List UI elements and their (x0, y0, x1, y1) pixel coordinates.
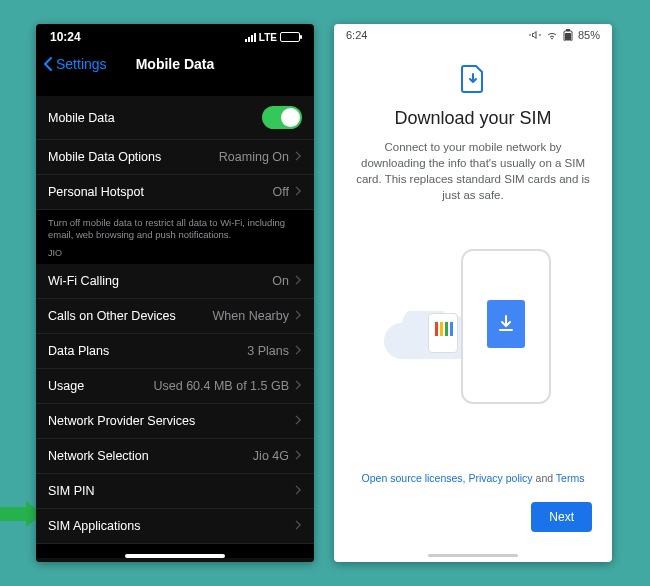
row-label: Mobile Data (48, 111, 115, 125)
row-label: Data Plans (48, 344, 109, 358)
carrier-label: JIO (36, 246, 314, 264)
illustration (350, 231, 596, 411)
row-label: Network Provider Services (48, 414, 195, 428)
link-open-source[interactable]: Open source licenses (362, 472, 463, 484)
chevron-right-icon (295, 344, 302, 358)
row-sim-applications[interactable]: SIM Applications (36, 509, 314, 544)
wifi-icon (546, 29, 558, 41)
row-label: Calls on Other Devices (48, 309, 176, 323)
legal-links: Open source licenses, Privacy policy and… (334, 472, 612, 484)
next-button[interactable]: Next (531, 502, 592, 532)
battery-icon (280, 32, 300, 42)
add-data-plan-button[interactable]: Add Data Plan (36, 558, 314, 562)
android-status-bar: 6:24 85% (334, 24, 612, 46)
row-calls-other[interactable]: Calls on Other Devices When Nearby (36, 299, 314, 334)
chevron-right-icon (295, 379, 302, 393)
home-indicator (125, 554, 225, 558)
svg-rect-3 (565, 33, 571, 40)
chevron-right-icon (295, 150, 302, 164)
network-label: LTE (259, 32, 277, 43)
back-label: Settings (56, 56, 107, 72)
row-sim-pin[interactable]: SIM PIN (36, 474, 314, 509)
ios-navbar: Settings Mobile Data (36, 46, 314, 82)
row-label: Personal Hotspot (48, 185, 144, 199)
row-label: Mobile Data Options (48, 150, 161, 164)
signal-icon (245, 33, 256, 42)
row-usage[interactable]: Usage Used 60.4 MB of 1.5 GB (36, 369, 314, 404)
link-privacy[interactable]: Privacy policy (468, 472, 532, 484)
chevron-right-icon (295, 185, 302, 199)
ios-status-bar: 10:24 LTE (36, 24, 314, 46)
section-footer: Turn off mobile data to restrict all dat… (36, 210, 314, 246)
chevron-right-icon (295, 309, 302, 323)
ios-screenshot: 10:24 LTE Settings Mobile Data Mobile Da… (36, 24, 314, 562)
home-indicator (428, 554, 518, 557)
row-label: Usage (48, 379, 84, 393)
phone-outline-icon (461, 249, 551, 404)
row-nps[interactable]: Network Provider Services (36, 404, 314, 439)
chevron-right-icon (295, 519, 302, 533)
row-mobile-data[interactable]: Mobile Data (36, 96, 314, 140)
row-wifi-calling[interactable]: Wi-Fi Calling On (36, 264, 314, 299)
row-value: Used 60.4 MB of 1.5 GB (154, 379, 290, 393)
row-mobile-data-options[interactable]: Mobile Data Options Roaming On (36, 140, 314, 175)
link-terms[interactable]: Terms (556, 472, 585, 484)
android-time: 6:24 (346, 29, 367, 41)
settings-list: Mobile Data Mobile Data Options Roaming … (36, 82, 314, 562)
row-value: Roaming On (219, 150, 289, 164)
android-screenshot: 6:24 85% Download your SIM Connect to yo… (334, 24, 612, 562)
row-value: On (272, 274, 289, 288)
ios-time: 10:24 (50, 30, 81, 44)
vibrate-icon (529, 29, 541, 41)
chevron-left-icon (42, 57, 54, 71)
chevron-right-icon (295, 484, 302, 498)
chevron-right-icon (295, 274, 302, 288)
chevron-right-icon (295, 449, 302, 463)
battery-percent: 85% (578, 29, 600, 41)
row-personal-hotspot[interactable]: Personal Hotspot Off (36, 175, 314, 210)
row-network-selection[interactable]: Network Selection Jio 4G (36, 439, 314, 474)
svg-rect-2 (566, 29, 570, 31)
page-title: Download your SIM (350, 108, 596, 129)
row-value: 3 Plans (247, 344, 289, 358)
row-label: SIM Applications (48, 519, 140, 533)
row-label: Wi-Fi Calling (48, 274, 119, 288)
download-card-icon (487, 300, 525, 348)
row-value: Jio 4G (253, 449, 289, 463)
back-button[interactable]: Settings (36, 56, 107, 72)
row-value: When Nearby (213, 309, 289, 323)
page-body: Connect to your mobile network by downlo… (350, 139, 596, 203)
sim-download-icon (460, 64, 486, 98)
chevron-right-icon (295, 414, 302, 428)
row-label: Network Selection (48, 449, 149, 463)
row-label: SIM PIN (48, 484, 95, 498)
row-value: Off (273, 185, 289, 199)
row-data-plans[interactable]: Data Plans 3 Plans (36, 334, 314, 369)
battery-icon (563, 29, 573, 41)
sim-card-icon (428, 313, 458, 353)
toggle-on-icon[interactable] (262, 106, 302, 129)
